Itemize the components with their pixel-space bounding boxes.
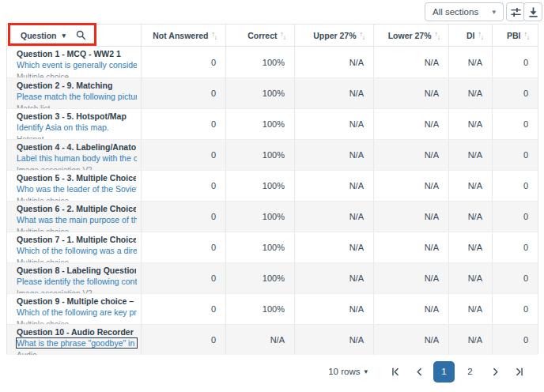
page-button-1[interactable]: 1 [433, 361, 455, 383]
question-type: Image association V2 [17, 289, 136, 293]
question-cell: Question 3 - 5. Hotspot/MapIdentify Asia… [7, 109, 141, 139]
value-cell-lower27: N/A [373, 294, 448, 324]
question-link[interactable]: What was the main purpose of the Mars… [17, 215, 137, 224]
value-cell-not_answered: 0 [141, 140, 225, 170]
column-header-correct[interactable]: Correct↑↓ [225, 24, 294, 46]
question-cell: Question 7 - 1. Multiple Choice: WW1Whic… [7, 232, 141, 262]
value-cell-correct: 100% [225, 202, 294, 232]
value-cell-correct: 100% [225, 140, 294, 170]
question-header-label: Question [21, 31, 57, 40]
value-cell-not_answered: 0 [141, 294, 225, 324]
value-cell-di: N/A [448, 202, 492, 232]
sort-icon[interactable]: ↑↓ [281, 32, 287, 39]
value-cell-di: N/A [448, 294, 492, 324]
table-row: Question 7 - 1. Multiple Choice: WW1Whic… [7, 232, 538, 262]
search-icon[interactable] [76, 30, 86, 40]
question-link[interactable]: Which of the following are key principle… [17, 307, 137, 317]
value-cell-di: N/A [448, 47, 492, 77]
question-link[interactable]: What is the phrase "goodbye" in Spanish? [17, 338, 137, 348]
sort-icon[interactable]: ↑↓ [360, 32, 366, 39]
download-button[interactable] [523, 2, 542, 21]
value-cell-pbi: 0 [492, 78, 538, 108]
column-header-label: Lower 27% [388, 31, 432, 40]
value-cell-not_answered: 0 [141, 47, 225, 77]
page-button-2[interactable]: 2 [459, 361, 481, 383]
value-cell-not_answered: 0 [141, 263, 225, 293]
value-cell-lower27: N/A [373, 263, 448, 293]
question-link[interactable]: Please match the following pictures with… [17, 92, 137, 101]
table-header-row: Question ▾ Not Answered↑↓Correct↑↓Upper … [7, 24, 538, 47]
value-cell-upper27: N/A [294, 202, 373, 232]
sort-icon[interactable]: ↑↓ [524, 32, 531, 39]
question-type: Multiple choice [17, 258, 136, 262]
question-cell: Question 8 - Labeling Question - Contine… [7, 263, 141, 293]
column-header-pbi[interactable]: PBI↑↓ [492, 24, 538, 46]
question-link[interactable]: Which of the following was a direct caus… [17, 246, 137, 255]
table-row: Question 10 - Audio Recorder 1What is th… [7, 324, 538, 355]
last-page-icon [513, 366, 525, 378]
item-analysis-page: All sections ▾ [0, 0, 544, 392]
value-cell-upper27: N/A [294, 140, 373, 170]
question-column-header[interactable]: Question ▾ [7, 24, 141, 46]
question-title: Question 10 - Audio Recorder 1 [17, 327, 136, 337]
question-type: Multiple choice [17, 197, 136, 201]
question-title: Question 2 - 9. Matching [17, 81, 136, 90]
table-row: Question 9 - Multiple choice – standard … [7, 293, 538, 324]
question-link[interactable]: Who was the leader of the Soviet Union… [17, 184, 137, 194]
question-cell: Question 4 - 4. Labeling/AnatomyLabel th… [7, 140, 141, 170]
value-cell-di: N/A [448, 171, 492, 201]
column-header-label: PBI [507, 31, 521, 40]
chevron-right-icon [489, 366, 501, 378]
filter-settings-button[interactable] [506, 2, 525, 21]
sort-icon[interactable]: ↑↓ [478, 32, 485, 39]
question-title: Question 1 - MCQ - WW2 1 [17, 49, 136, 58]
value-cell-correct: 100% [225, 47, 294, 77]
value-cell-correct: 100% [225, 78, 294, 108]
sort-icon[interactable]: ↑↓ [435, 32, 441, 39]
value-cell-upper27: N/A [294, 78, 373, 108]
value-cell-correct: 100% [225, 109, 294, 139]
value-cell-lower27: N/A [373, 202, 448, 232]
value-cell-lower27: N/A [373, 47, 448, 77]
next-page-button[interactable] [485, 361, 504, 382]
question-cell: Question 1 - MCQ - WW2 1Which event is g… [7, 47, 141, 77]
value-cell-not_answered: 0 [141, 202, 225, 232]
previous-page-button[interactable] [410, 361, 429, 382]
sections-select[interactable]: All sections ▾ [425, 2, 504, 21]
table-row: Question 3 - 5. Hotspot/MapIdentify Asia… [7, 108, 538, 139]
question-link[interactable]: Label this human body with the correct … [17, 153, 137, 163]
first-page-button[interactable] [386, 361, 405, 382]
value-cell-pbi: 0 [492, 109, 538, 139]
table-row: Question 6 - 2. Multiple Choice: World W… [7, 201, 538, 232]
question-cell: Question 9 - Multiple choice – standard … [7, 294, 141, 324]
question-link[interactable]: Which event is generally considered the… [17, 60, 137, 70]
question-title: Question 3 - 5. Hotspot/Map [17, 111, 136, 121]
value-cell-pbi: 0 [492, 171, 538, 201]
value-cell-di: N/A [448, 325, 492, 355]
column-header-lower-27-[interactable]: Lower 27%↑↓ [373, 24, 448, 46]
question-link[interactable]: Please identify the following continents [17, 277, 137, 286]
value-cell-pbi: 0 [492, 325, 538, 355]
question-type: Multiple choice [17, 73, 136, 77]
rows-per-page-select[interactable]: 10 rows ▾ [328, 367, 368, 376]
chevron-down-icon: ▾ [364, 368, 368, 375]
download-icon [527, 6, 539, 18]
sort-icon[interactable]: ↑↓ [212, 32, 218, 39]
column-header-upper-27-[interactable]: Upper 27%↑↓ [294, 24, 373, 46]
question-type: Image association V2 [17, 166, 136, 170]
question-cell: Question 5 - 3. Multiple Choice (w/ Imag… [7, 171, 141, 201]
value-cell-di: N/A [448, 263, 492, 293]
chevron-down-icon: ▾ [492, 8, 496, 16]
column-header-di[interactable]: DI↑↓ [448, 24, 492, 46]
first-page-icon [390, 366, 402, 378]
question-link[interactable]: Identify Asia on this map. [17, 122, 109, 132]
value-cell-lower27: N/A [373, 325, 448, 355]
table-row: Question 8 - Labeling Question - Contine… [7, 262, 538, 293]
question-type: Match list [17, 104, 136, 108]
column-header-not-answered[interactable]: Not Answered↑↓ [141, 24, 225, 46]
last-page-button[interactable] [509, 361, 528, 382]
value-cell-di: N/A [448, 232, 492, 262]
question-type: Audio [17, 351, 136, 355]
question-title: Question 5 - 3. Multiple Choice (w/ Imag… [17, 173, 136, 183]
chevron-down-icon[interactable]: ▾ [62, 32, 66, 40]
